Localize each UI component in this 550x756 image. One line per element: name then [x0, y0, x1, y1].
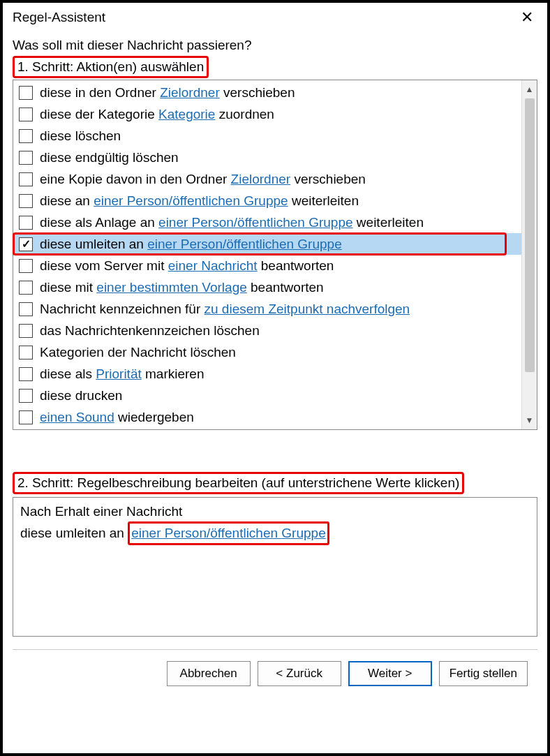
action-row[interactable]: das Nachrichtenkennzeichen löschen	[13, 320, 521, 341]
finish-button[interactable]: Fertig stellen	[439, 661, 528, 686]
action-row[interactable]: diese der Kategorie Kategorie zuordnen	[13, 103, 521, 125]
action-checkbox[interactable]	[19, 129, 33, 143]
action-text: diese umleiten an einer Person/öffentlic…	[40, 235, 342, 253]
action-text: einen Sound wiedergeben	[40, 408, 194, 427]
back-button[interactable]: < Zurück	[258, 661, 341, 686]
action-row[interactable]: diese als Anlage an einer Person/öffentl…	[13, 212, 521, 233]
action-text: diese in den Ordner Zielordner verschieb…	[40, 83, 295, 102]
description-link[interactable]: einer Person/öffentlichen Gruppe	[131, 526, 326, 540]
window-title: Regel-Assistent	[13, 10, 105, 25]
action-checkbox[interactable]	[19, 281, 33, 295]
action-checkbox[interactable]	[19, 346, 33, 360]
action-text: diese endgültig löschen	[40, 148, 179, 167]
action-text: diese vom Server mit einer Nachricht bea…	[40, 256, 334, 275]
action-row[interactable]: eine Kopie davon in den Ordner Zielordne…	[13, 168, 521, 190]
action-row[interactable]: als gelesen markieren	[13, 428, 521, 429]
step2-header: 2. Schritt: Regelbeschreibung bearbeiten…	[13, 472, 537, 494]
scroll-down-icon[interactable]: ▼	[524, 414, 535, 427]
action-row[interactable]: einen Sound wiedergeben	[13, 406, 521, 428]
action-link[interactable]: einer Person/öffentlichen Gruppe	[158, 215, 353, 230]
action-text: diese drucken	[40, 386, 122, 405]
action-checkbox[interactable]	[19, 108, 33, 121]
description-prefix: diese umleiten an	[20, 526, 128, 540]
close-icon[interactable]: ✕	[516, 8, 537, 27]
action-link[interactable]: Zielordner	[231, 172, 291, 186]
action-link[interactable]: einer bestimmten Vorlage	[96, 280, 246, 295]
action-checkbox[interactable]	[19, 259, 33, 273]
action-row[interactable]: diese mit einer bestimmten Vorlage beant…	[13, 276, 521, 298]
action-text: diese mit einer bestimmten Vorlage beant…	[40, 278, 324, 297]
action-text: diese als Anlage an einer Person/öffentl…	[40, 213, 424, 232]
action-text: Kategorien der Nachricht löschen	[40, 343, 236, 362]
scrollbar[interactable]: ▲ ▼	[521, 80, 537, 429]
rules-wizard-window: Regel-Assistent ✕ Was soll mit dieser Na…	[0, 0, 550, 756]
action-checkbox[interactable]	[19, 410, 33, 424]
action-row[interactable]: Kategorien der Nachricht löschen	[13, 341, 521, 363]
rule-description-box: Nach Erhalt einer Nachricht diese umleit…	[13, 497, 537, 637]
description-line2: diese umleiten an einer Person/öffentlic…	[20, 521, 530, 545]
action-link[interactable]: einen Sound	[40, 410, 114, 424]
action-checkbox[interactable]	[19, 86, 33, 100]
action-link[interactable]: einer Nachricht	[168, 258, 258, 273]
action-checkbox[interactable]	[19, 216, 33, 230]
action-checkbox[interactable]	[19, 172, 33, 186]
action-row[interactable]: diese löschen	[13, 125, 521, 147]
scroll-up-icon[interactable]: ▲	[524, 83, 535, 96]
action-row[interactable]: diese endgültig löschen	[13, 147, 521, 168]
action-text: diese löschen	[40, 126, 121, 145]
action-row[interactable]: diese umleiten an einer Person/öffentlic…	[13, 233, 521, 255]
step1-header: 1. Schritt: Aktion(en) auswählen	[13, 56, 537, 78]
description-link-highlight: einer Person/öffentlichen Gruppe	[128, 521, 329, 545]
action-text: das Nachrichtenkennzeichen löschen	[40, 321, 260, 340]
action-checkbox[interactable]	[19, 367, 33, 381]
action-link[interactable]: einer Person/öffentlichen Gruppe	[147, 237, 342, 251]
action-row[interactable]: diese an einer Person/öffentlichen Grupp…	[13, 190, 521, 212]
action-text: diese als Priorität markieren	[40, 364, 205, 383]
action-link[interactable]: einer Person/öffentlichen Gruppe	[94, 193, 288, 208]
action-row[interactable]: diese vom Server mit einer Nachricht bea…	[13, 255, 521, 276]
description-line1: Nach Erhalt einer Nachricht	[20, 502, 530, 521]
action-row[interactable]: diese als Priorität markieren	[13, 363, 521, 385]
actions-scroll[interactable]: diese in den Ordner Zielordner verschieb…	[13, 80, 521, 429]
action-text: eine Kopie davon in den Ordner Zielordne…	[40, 170, 366, 188]
action-text: diese an einer Person/öffentlichen Grupp…	[40, 191, 359, 210]
prompt-text: Was soll mit dieser Nachricht passieren?	[13, 38, 537, 53]
action-checkbox[interactable]	[19, 302, 33, 316]
actions-list: diese in den Ordner Zielordner verschieb…	[13, 80, 537, 430]
scroll-thumb[interactable]	[525, 98, 535, 372]
action-checkbox[interactable]	[19, 389, 33, 403]
step1-label: 1. Schritt: Aktion(en) auswählen	[13, 56, 209, 78]
action-link[interactable]: Kategorie	[158, 107, 215, 121]
action-row[interactable]: Nachricht kennzeichnen für zu diesem Zei…	[13, 298, 521, 320]
content-area: Was soll mit dieser Nachricht passieren?…	[3, 31, 547, 753]
next-button[interactable]: Weiter >	[348, 661, 432, 686]
action-checkbox[interactable]	[19, 151, 33, 165]
action-row[interactable]: diese in den Ordner Zielordner verschieb…	[13, 82, 521, 103]
action-text: diese der Kategorie Kategorie zuordnen	[40, 105, 274, 124]
step2-label: 2. Schritt: Regelbeschreibung bearbeiten…	[13, 472, 464, 494]
titlebar: Regel-Assistent ✕	[3, 3, 547, 31]
action-checkbox[interactable]	[19, 194, 33, 208]
action-checkbox[interactable]	[19, 324, 33, 338]
action-link[interactable]: Zielordner	[160, 85, 220, 100]
action-text: Nachricht kennzeichnen für zu diesem Zei…	[40, 299, 410, 318]
cancel-button[interactable]: Abbrechen	[167, 661, 251, 686]
action-row[interactable]: diese drucken	[13, 385, 521, 406]
action-link[interactable]: Priorität	[96, 366, 141, 381]
action-checkbox[interactable]	[19, 237, 33, 251]
footer-buttons: Abbrechen < Zurück Weiter > Fertig stell…	[13, 650, 537, 699]
action-link[interactable]: zu diesem Zeitpunkt nachverfolgen	[205, 302, 410, 316]
